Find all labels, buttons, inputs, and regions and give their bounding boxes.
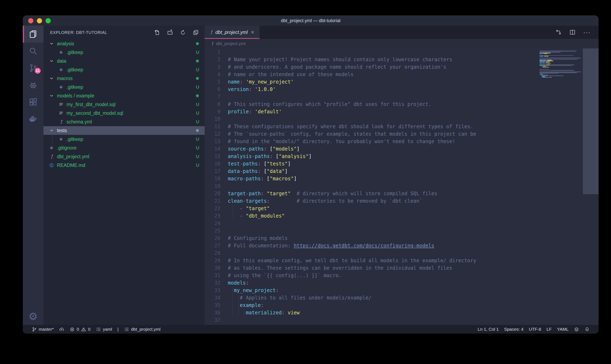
yaml-icon: ! xyxy=(49,154,54,159)
minimap[interactable] xyxy=(540,50,582,325)
minimap-line xyxy=(540,73,558,74)
tree-row--gitkeep[interactable]: .gitkeepU xyxy=(43,83,205,91)
tree-row--gitkeep[interactable]: .gitkeepU xyxy=(43,135,205,143)
minimap-line xyxy=(542,77,548,78)
chevron-down-icon xyxy=(49,128,54,133)
status-item-sync[interactable] xyxy=(56,327,67,332)
minimap-line xyxy=(540,58,581,59)
status-item-notifications[interactable] xyxy=(582,327,592,332)
line-number: 14 xyxy=(205,145,220,153)
status-item-label: YAML xyxy=(557,327,569,332)
scrollbar-thumb[interactable] xyxy=(583,48,598,194)
tree-row-data[interactable]: data xyxy=(43,57,205,65)
line-content xyxy=(220,316,228,324)
line-number: 25 xyxy=(205,227,220,234)
status-item-problems[interactable]: 00 xyxy=(67,327,93,332)
status-item-label: dbt_project.yml xyxy=(131,327,161,332)
minimap-line xyxy=(542,63,545,64)
git-untracked-badge: U xyxy=(196,102,199,107)
activity-item-docker[interactable] xyxy=(23,110,43,127)
split-editor-icon[interactable] xyxy=(569,29,576,36)
line-number: 9 xyxy=(205,108,220,115)
activity-item-search[interactable] xyxy=(23,43,43,60)
window-title: dbt_project.yml — dbt-tutorial xyxy=(281,18,340,23)
minimap-line xyxy=(551,70,574,71)
indent-guide xyxy=(238,301,239,309)
status-item-eol[interactable]: LF xyxy=(544,327,555,332)
close-tab-icon[interactable]: × xyxy=(251,29,254,35)
tree-row-readme-md[interactable]: README.mdU xyxy=(43,161,205,169)
status-item-indentation[interactable]: Spaces: 4 xyxy=(501,327,526,332)
breadcrumb-item-file[interactable]: dbt_project.yml xyxy=(216,41,245,46)
tree-row-analysis[interactable]: analysis xyxy=(43,39,205,48)
line-number: 2 xyxy=(205,56,220,63)
status-item-feedback[interactable] xyxy=(571,327,582,332)
line-content: example: xyxy=(220,301,264,309)
status-item-encoding[interactable]: UTF-8 xyxy=(526,327,544,332)
minimize-window-button[interactable] xyxy=(37,18,42,23)
status-item-branch[interactable]: master* xyxy=(29,327,56,332)
tree-row-schema-yml[interactable]: !schema.ymlU xyxy=(43,117,205,126)
refresh-icon[interactable] xyxy=(180,29,186,36)
explorer-header: EXPLORER: DBT-TUTORIAL xyxy=(43,26,205,39)
activity-item-settings[interactable]: ⚙ xyxy=(23,308,43,325)
tree-row-dbt-project-yml[interactable]: !dbt_project.ymlU xyxy=(43,152,205,161)
activity-item-extensions[interactable] xyxy=(23,93,43,110)
collapse-all-icon[interactable] xyxy=(193,29,199,36)
activity-item-source-control[interactable]: 11 xyxy=(23,60,43,77)
git-untracked-badge: U xyxy=(196,84,199,90)
line-content xyxy=(220,182,228,190)
line-content: data-paths: ["data"] xyxy=(220,168,288,175)
line-content: analysis-paths: ["analysis"] xyxy=(220,153,312,160)
tree-row-my-first-dbt-model-sql[interactable]: my_first_dbt_model.sqlU xyxy=(43,100,205,109)
line-content: # In this example config, we tell dbt to… xyxy=(220,257,476,264)
status-item-separator[interactable]: | xyxy=(115,327,121,332)
line-number: 8 xyxy=(205,101,220,108)
line-number: 36 xyxy=(205,309,220,316)
line-content: test-paths: ["tests"] xyxy=(220,160,291,168)
status-item-cursor-position[interactable]: Ln 1, Col 1 xyxy=(475,327,501,332)
minimap-line xyxy=(542,62,544,63)
git-status-dot xyxy=(196,77,199,80)
new-folder-icon[interactable] xyxy=(167,29,173,36)
tree-row-macros[interactable]: macros xyxy=(43,74,205,83)
minimap-line xyxy=(550,77,552,78)
bell-icon xyxy=(584,327,590,332)
git-untracked-badge: U xyxy=(196,145,199,151)
tree-row-models-example[interactable]: models / example xyxy=(43,91,205,100)
status-item-yaml-outline[interactable]: yaml xyxy=(93,327,115,332)
zoom-window-button[interactable] xyxy=(46,18,51,23)
status-item-file-outline[interactable]: dbt_project.yml xyxy=(121,327,163,332)
line-number: 20 xyxy=(205,190,220,197)
new-file-icon[interactable] xyxy=(154,29,160,36)
activity-item-run-debug[interactable] xyxy=(23,77,43,93)
line-content: version: '1.0.0' xyxy=(220,86,276,93)
tab-dbt-project-yml[interactable]: ! dbt_project.yml × xyxy=(205,26,260,39)
line-content: macro-paths: ["macros"] xyxy=(220,175,297,182)
status-item-label: Ln 1, Col 1 xyxy=(478,327,499,332)
status-item-label: yaml xyxy=(103,327,112,332)
open-changes-icon[interactable] xyxy=(555,29,562,36)
activity-item-explorer[interactable] xyxy=(23,26,43,43)
line-number: 27 xyxy=(205,242,220,249)
line-content: # found in the "models/" directory. You … xyxy=(220,138,455,145)
line-number: 22 xyxy=(205,205,220,212)
indent-guide xyxy=(232,212,233,220)
warning-icon xyxy=(81,327,86,332)
status-item-language-mode[interactable]: YAML xyxy=(554,327,571,332)
minimap-line xyxy=(542,53,550,53)
chevron-down-icon xyxy=(49,41,54,46)
minimap-line xyxy=(540,63,542,64)
tree-row-my-second-dbt-model-sql[interactable]: my_second_dbt_model.sqlU xyxy=(43,109,205,117)
close-window-button[interactable] xyxy=(28,18,33,23)
tab-label: dbt_project.yml xyxy=(215,30,248,35)
more-actions-icon[interactable]: ··· xyxy=(583,29,591,36)
tree-row--gitkeep[interactable]: .gitkeepU xyxy=(43,48,205,57)
line-content xyxy=(220,93,228,101)
tree-row-tests[interactable]: tests xyxy=(43,126,205,135)
tree-row--gitkeep[interactable]: .gitkeepU xyxy=(43,65,205,74)
tree-row--gitignore[interactable]: .gitignoreU xyxy=(43,143,205,152)
status-left: master*00yaml|dbt_project.yml xyxy=(29,327,163,332)
tree-item-label: .gitkeep xyxy=(67,67,83,73)
git-untracked-badge: U xyxy=(196,110,199,116)
